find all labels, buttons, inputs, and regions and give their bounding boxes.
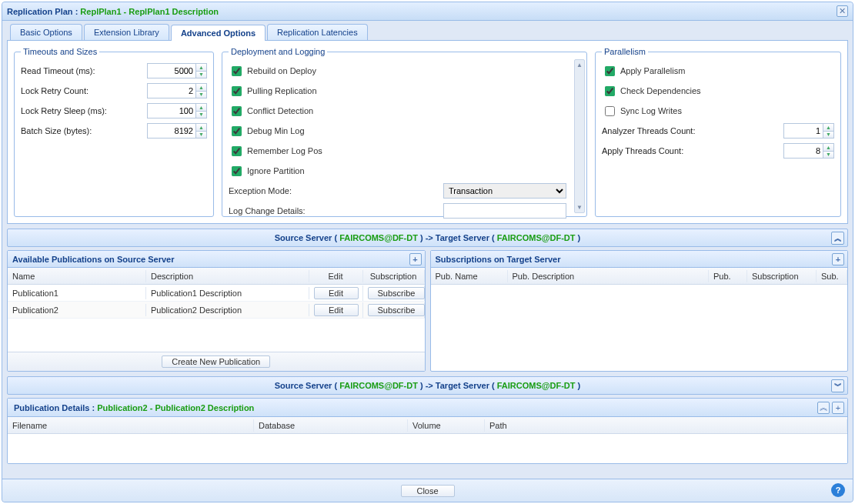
subs-col-desc: Pub. Description: [508, 270, 710, 282]
check-deps-checkbox[interactable]: [605, 86, 615, 96]
create-publication-button[interactable]: Create New Publication: [162, 355, 270, 368]
apply-parallel-checkbox[interactable]: [605, 66, 615, 76]
src-name: FAIRCOMS@DF-DT: [339, 233, 418, 242]
ignore-checkbox[interactable]: [232, 166, 242, 176]
subscribe-button[interactable]: Subscribe: [368, 304, 425, 316]
subscriptions-title: Subscriptions on Target Server: [436, 255, 561, 264]
deploy-scrollbar[interactable]: ▲▼: [574, 59, 585, 213]
batch-size-label: Batch Size (bytes):: [21, 126, 92, 135]
tab-basic-options[interactable]: Basic Options: [10, 24, 82, 40]
remember-checkbox[interactable]: [232, 146, 242, 156]
add-publication-icon[interactable]: +: [409, 253, 422, 265]
add-subscription-icon[interactable]: +: [832, 253, 844, 265]
publication-details-panel: Publication Details : Publication2 - Pub…: [7, 398, 848, 464]
detail-col-filename: Filename: [8, 419, 254, 432]
tab-strip: Basic Options Extension Library Advanced…: [7, 24, 848, 41]
debug-checkbox[interactable]: [232, 126, 242, 136]
pub-desc: Publication1 Description: [146, 287, 309, 299]
detail-sep: -: [148, 403, 155, 412]
debug-label: Debug Min Log: [247, 126, 305, 135]
tab-replication-latencies[interactable]: Replication Latencies: [267, 24, 368, 40]
lock-retry-label: Lock Retry Count:: [21, 86, 89, 95]
table-row[interactable]: Publication2 Publication2 Description Ed…: [8, 302, 425, 319]
pubs-col-sub: Subscription: [363, 270, 425, 282]
read-timeout-input[interactable]: [147, 63, 196, 78]
publications-title: Available Publications on Source Server: [12, 255, 175, 264]
batch-size-input[interactable]: [147, 123, 196, 139]
pubs-col-desc: Description: [146, 270, 309, 282]
pubs-col-name: Name: [8, 270, 146, 282]
publications-panel: Available Publications on Source Server …: [7, 250, 426, 372]
expand-down-icon[interactable]: ︾: [831, 379, 844, 392]
lock-sleep-input[interactable]: [147, 103, 196, 118]
detail-col-path: Path: [485, 419, 847, 432]
tab-advanced-options[interactable]: Advanced Options: [171, 25, 266, 41]
apply-threads-stepper[interactable]: ▲▼: [823, 143, 834, 159]
src-name-2: FAIRCOMS@DF-DT: [339, 381, 418, 390]
ignore-label: Ignore Partition: [247, 166, 305, 175]
collapse-up-icon[interactable]: ︽: [831, 232, 844, 245]
timeouts-fieldset: Timeouts and Sizes Read Timeout (ms): ▲▼…: [14, 47, 214, 217]
lock-sleep-stepper[interactable]: ▲▼: [196, 103, 207, 118]
detail-desc: Publication2 Description: [155, 403, 254, 412]
conflict-label: Conflict Detection: [247, 106, 313, 115]
subs-col-sub: Sub.: [817, 270, 847, 282]
batch-size-stepper[interactable]: ▲▼: [196, 123, 207, 139]
analyzer-threads-stepper[interactable]: ▲▼: [823, 123, 834, 139]
read-timeout-stepper[interactable]: ▲▼: [196, 63, 207, 78]
subs-grid-header: Pub. Name Pub. Description Pub. Subscrip…: [431, 268, 848, 285]
subscriptions-panel: Subscriptions on Target Server + Pub. Na…: [430, 250, 849, 372]
analyzer-threads-input[interactable]: [783, 123, 823, 139]
exception-mode-label: Exception Mode:: [229, 186, 292, 195]
detail-name: Publication2: [97, 403, 147, 412]
detail-add-icon[interactable]: +: [832, 402, 844, 414]
src-label-2: Source Server (: [275, 381, 339, 390]
pubs-grid-header: Name Description Edit Subscription: [8, 268, 425, 285]
detail-col-volume: Volume: [408, 419, 485, 432]
end-label: ): [576, 233, 581, 242]
lock-retry-stepper[interactable]: ▲▼: [196, 83, 207, 98]
pubs-grid-body: Publication1 Publication1 Description Ed…: [8, 285, 425, 352]
table-row[interactable]: Publication1 Publication1 Description Ed…: [8, 285, 425, 302]
sync-log-checkbox[interactable]: [605, 106, 615, 116]
log-details-label: Log Change Details:: [229, 206, 306, 215]
pulling-checkbox[interactable]: [232, 86, 242, 96]
close-icon[interactable]: ✕: [837, 5, 848, 17]
subs-col-subscription: Subscription: [747, 270, 817, 282]
dialog-window: Replication Plan : ReplPlan1 - ReplPlan1…: [2, 2, 853, 502]
rebuild-label: Rebuild on Deploy: [247, 66, 316, 75]
plan-name: ReplPlan1: [80, 7, 121, 16]
src-label: Source Server (: [275, 233, 339, 242]
rebuild-checkbox[interactable]: [232, 66, 242, 76]
plan-sep: -: [122, 7, 129, 16]
pub-desc: Publication2 Description: [146, 304, 309, 316]
detail-grid-header: Filename Database Volume Path: [8, 417, 847, 434]
exception-mode-select[interactable]: Transaction: [443, 183, 566, 199]
log-details-input[interactable]: [443, 203, 566, 219]
detail-grid-body: [8, 434, 847, 463]
subscribe-button[interactable]: Subscribe: [368, 287, 425, 299]
pub-name: Publication2: [8, 304, 146, 316]
edit-button[interactable]: Edit: [314, 287, 359, 299]
detail-collapse-icon[interactable]: ︽: [817, 402, 830, 414]
deploy-legend: Deployment and Logging: [229, 47, 327, 56]
parallelism-legend: Parallelism: [602, 47, 648, 56]
lock-sleep-label: Lock Retry Sleep (ms):: [21, 106, 107, 115]
close-button[interactable]: Close: [401, 485, 455, 497]
analyzer-threads-label: Analyzer Threads Count:: [602, 126, 695, 135]
check-deps-label: Check Dependencies: [620, 86, 701, 95]
help-icon[interactable]: ?: [831, 483, 845, 497]
advanced-options-panel: Timeouts and Sizes Read Timeout (ms): ▲▼…: [7, 41, 848, 224]
subs-col-name: Pub. Name: [431, 270, 508, 282]
tgt-name-2: FAIRCOMS@DF-DT: [497, 381, 576, 390]
lock-retry-input[interactable]: [147, 83, 196, 98]
bottom-toolbar: Close ?: [2, 479, 853, 502]
apply-threads-input[interactable]: [783, 143, 823, 159]
edit-button[interactable]: Edit: [314, 304, 359, 316]
titlebar: Replication Plan : ReplPlan1 - ReplPlan1…: [2, 2, 853, 21]
tab-extension-library[interactable]: Extension Library: [84, 24, 169, 40]
timeouts-legend: Timeouts and Sizes: [21, 47, 99, 56]
conflict-checkbox[interactable]: [232, 106, 242, 116]
arrow-label-2: ) -> Target Server (: [418, 381, 497, 390]
arrow-label: ) -> Target Server (: [418, 233, 497, 242]
